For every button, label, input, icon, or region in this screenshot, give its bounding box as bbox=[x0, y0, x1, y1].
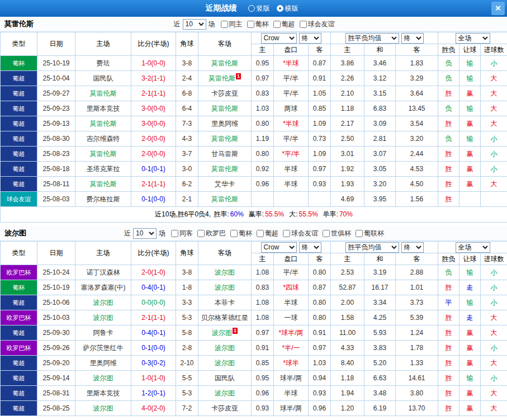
away-team-name: 里奥阿维 bbox=[211, 120, 238, 128]
handicap-away-odds: 0.80 bbox=[309, 295, 331, 310]
away-team-name: 本菲卡 bbox=[215, 299, 235, 306]
avg-home-odds: 2.26 bbox=[331, 71, 364, 86]
score-cell: 2-0(0-0) bbox=[131, 131, 176, 147]
avg-select[interactable]: 胜平负均值 bbox=[345, 242, 399, 253]
filter-option[interactable]: 葡超 bbox=[271, 20, 295, 29]
avg-home-odds: 1.20 bbox=[331, 401, 364, 416]
company-state-select[interactable]: 终 bbox=[299, 33, 321, 44]
filter-checkbox[interactable] bbox=[197, 230, 205, 237]
filter-checkbox[interactable] bbox=[283, 230, 290, 237]
avg-home-odds: 2.10 bbox=[331, 86, 364, 101]
result-goals: 大 bbox=[481, 116, 507, 131]
handicap-line: 平/半 bbox=[274, 131, 309, 147]
result-handicap: 输 bbox=[459, 131, 481, 147]
filter-label: 葡杯 bbox=[239, 229, 252, 238]
result-goals: 小 bbox=[481, 341, 507, 356]
away-team: 波尔图 bbox=[198, 356, 252, 371]
filter-checkbox[interactable] bbox=[257, 230, 264, 237]
filter-option[interactable]: 同客 bbox=[169, 229, 193, 238]
filter-option[interactable]: 葡联杯 bbox=[353, 229, 384, 238]
score-cell: 0-1(0-0) bbox=[131, 341, 176, 356]
avg-state-select[interactable]: 终 bbox=[401, 242, 424, 253]
avg-draw-odds: 6.19 bbox=[364, 401, 396, 416]
avg-away-odds: 1.83 bbox=[396, 56, 438, 71]
avg-select[interactable]: 胜平负均值 bbox=[345, 33, 399, 44]
filter-option[interactable]: 欧罗巴 bbox=[195, 229, 226, 238]
match-date: 25-08-23 bbox=[37, 147, 75, 162]
avg-home-odds: 11.00 bbox=[331, 325, 364, 341]
filter-checkbox[interactable] bbox=[300, 21, 307, 28]
col-header: 比分(半场) bbox=[131, 242, 176, 265]
match-row: 欧罗巴杯25-09-26萨尔茨堡红牛0-1(0-0)2-8波尔图0.91*半/一… bbox=[1, 341, 507, 356]
titlebar-controls: 近期战绩 竖版 横版 bbox=[206, 3, 302, 13]
company-select[interactable]: Crow bbox=[261, 242, 297, 253]
filter-option[interactable]: 葡超 bbox=[254, 229, 278, 238]
radio-horizontal-icon[interactable] bbox=[277, 5, 283, 12]
handicap-line: *球半/两 bbox=[274, 325, 309, 341]
radio-vertical-icon[interactable] bbox=[248, 5, 255, 12]
corners-cell: 3-8 bbox=[176, 265, 198, 280]
match-count-select[interactable]: 10 bbox=[183, 19, 206, 30]
match-row: 葡超25-08-25波尔图4-0(2-0)7-2卡莎皮亚0.93球半/两0.96… bbox=[1, 401, 507, 416]
filter-option[interactable]: 世俱杯 bbox=[320, 229, 351, 238]
result-wdl: 胜 bbox=[438, 280, 459, 295]
filter-option[interactable]: 球会友谊 bbox=[281, 229, 318, 238]
handicap-home-odds: 1.08 bbox=[252, 265, 274, 280]
layout-vertical-option[interactable]: 竖版 bbox=[248, 4, 270, 13]
result-handicap: 赢 bbox=[459, 162, 481, 177]
handicap-line: 平/半 bbox=[274, 265, 309, 280]
handicap-away-odds: 0.73 bbox=[309, 131, 331, 147]
filter-checkbox[interactable] bbox=[273, 21, 281, 28]
col-header: 进球数 bbox=[481, 44, 507, 56]
avg-draw-odds: 3.05 bbox=[364, 162, 396, 177]
away-team: 莫雷伦斯 bbox=[198, 131, 252, 147]
filter-checkbox[interactable] bbox=[356, 230, 363, 237]
filter-checkbox[interactable] bbox=[171, 230, 178, 237]
filter-bar: 近10场同客欧罗巴葡杯葡超球会友谊世俱杯葡联杯 bbox=[123, 228, 384, 239]
match-count-select[interactable]: 10 bbox=[133, 228, 157, 239]
result-handicap: 赢 bbox=[459, 386, 481, 401]
filter-checkbox[interactable] bbox=[247, 21, 254, 28]
company-select[interactable]: Crow bbox=[261, 33, 297, 44]
filter-checkbox[interactable] bbox=[323, 230, 330, 237]
layout-horizontal-option[interactable]: 横版 bbox=[277, 4, 298, 13]
result-goals: 小 bbox=[481, 147, 507, 162]
away-team-name: 波尔图 bbox=[212, 329, 232, 337]
avg-draw-odds: 2.81 bbox=[364, 131, 396, 147]
col-header: 角球 bbox=[176, 32, 198, 56]
filter-checkbox[interactable] bbox=[230, 230, 238, 237]
filter-option[interactable]: 球会友谊 bbox=[297, 20, 335, 29]
col-header: 日期 bbox=[37, 242, 75, 265]
results-table: 类型日期主场比分(半场)角球客场Crow终胜平负均值终全场主盘口客主和客胜负让球… bbox=[0, 32, 507, 223]
corners-cell: 7-2 bbox=[176, 401, 198, 416]
score-cell: 2-1(1-1) bbox=[131, 86, 176, 101]
match-row: 葡超25-09-30阿鲁卡0-4(0-1)5-8波尔图10.97*球半/两0.9… bbox=[1, 325, 507, 341]
handicap-line: 半球 bbox=[274, 177, 309, 192]
handicap-home-odds: 0.83 bbox=[252, 86, 274, 101]
col-header: 类型 bbox=[1, 242, 37, 265]
scope-select[interactable]: 全场 bbox=[456, 242, 490, 253]
odds-company-header: Crow终 bbox=[252, 242, 331, 253]
home-team: 波尔图 bbox=[75, 401, 131, 416]
filter-checkbox[interactable] bbox=[221, 21, 228, 28]
home-team-name: 圣塔克莱拉 bbox=[87, 165, 120, 173]
match-row: 葡超25-10-04国民队3-2(1-1)2-4莫雷伦斯10.97平/半0.91… bbox=[1, 71, 507, 86]
handicap-away-odds: 0.80 bbox=[309, 265, 331, 280]
score-cell: 1-2(0-1) bbox=[131, 386, 176, 401]
match-date: 25-09-13 bbox=[37, 116, 75, 131]
scope-header: 全场 bbox=[438, 32, 507, 44]
company-state-select[interactable]: 终 bbox=[299, 242, 321, 253]
close-button[interactable]: × bbox=[491, 2, 505, 15]
handicap-home-odds: 0.80 bbox=[252, 147, 274, 162]
filter-option[interactable]: 葡杯 bbox=[245, 20, 269, 29]
result-handicap: 走 bbox=[459, 280, 481, 295]
filter-option[interactable]: 同主 bbox=[219, 20, 243, 29]
scope-select[interactable]: 全场 bbox=[456, 33, 490, 44]
away-team-name: 波尔图 bbox=[215, 284, 235, 291]
radio-vertical-label: 竖版 bbox=[257, 4, 270, 13]
score-cell: 3-0(0-0) bbox=[131, 101, 176, 116]
result-handicap: 输 bbox=[459, 101, 481, 116]
score-cell: 3-0(0-0) bbox=[131, 116, 176, 131]
avg-state-select[interactable]: 终 bbox=[401, 33, 424, 44]
filter-option[interactable]: 葡杯 bbox=[228, 229, 252, 238]
